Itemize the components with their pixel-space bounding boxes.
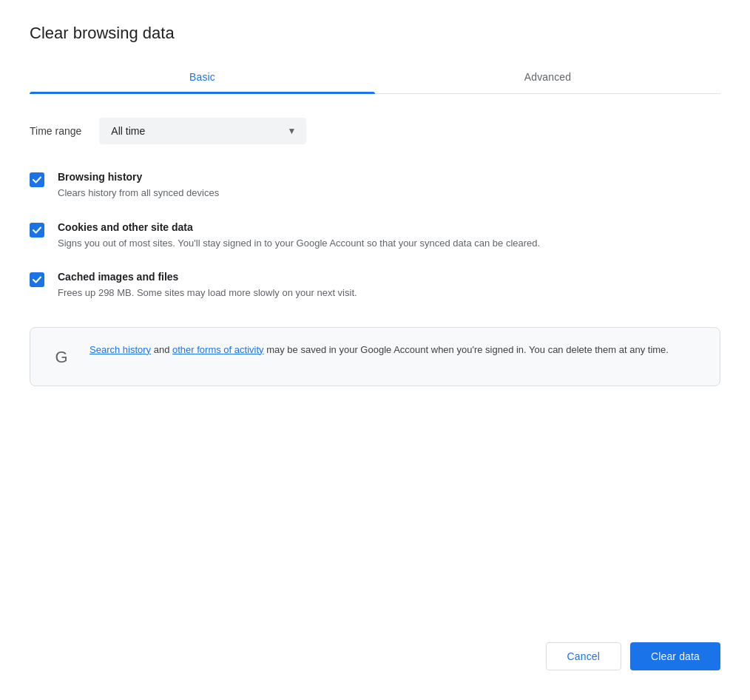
- google-account-info-box: G Search history and other forms of acti…: [30, 327, 720, 386]
- cached-images-desc: Frees up 298 MB. Some sites may load mor…: [58, 286, 720, 300]
- browsing-history-item: Browsing history Clears history from all…: [30, 171, 720, 201]
- clear-data-button[interactable]: Clear data: [630, 642, 720, 670]
- other-forms-link[interactable]: other forms of activity: [172, 344, 264, 355]
- cached-images-content: Cached images and files Frees up 298 MB.…: [58, 271, 720, 300]
- time-range-select-wrapper[interactable]: Last hour Last 24 hours Last 7 days Last…: [99, 118, 306, 144]
- search-history-link[interactable]: Search history: [89, 344, 151, 355]
- google-g-icon: G: [48, 344, 75, 371]
- info-text-suffix: may be saved in your Google Account when…: [264, 344, 669, 355]
- cookies-item: Cookies and other site data Signs you ou…: [30, 221, 720, 251]
- time-range-label: Time range: [30, 125, 81, 137]
- browsing-history-checkbox[interactable]: [30, 172, 44, 187]
- cancel-button[interactable]: Cancel: [546, 642, 621, 670]
- checkbox-list: Browsing history Clears history from all…: [30, 171, 720, 300]
- info-text-and: and: [151, 344, 172, 355]
- browsing-history-content: Browsing history Clears history from all…: [58, 171, 720, 201]
- clear-browsing-data-dialog: Clear browsing data Basic Advanced Time …: [0, 0, 750, 700]
- browsing-history-desc: Clears history from all synced devices: [58, 186, 720, 201]
- cached-images-title: Cached images and files: [58, 271, 720, 283]
- info-box-text: Search history and other forms of activi…: [89, 343, 669, 358]
- time-range-select[interactable]: Last hour Last 24 hours Last 7 days Last…: [99, 118, 306, 144]
- dialog-title: Clear browsing data: [30, 24, 720, 43]
- cookies-title: Cookies and other site data: [58, 221, 720, 233]
- tab-advanced[interactable]: Advanced: [375, 61, 720, 93]
- tab-basic[interactable]: Basic: [30, 61, 375, 93]
- tab-bar: Basic Advanced: [30, 61, 720, 94]
- cookies-desc: Signs you out of most sites. You'll stay…: [58, 236, 720, 251]
- cached-images-item: Cached images and files Frees up 298 MB.…: [30, 271, 720, 300]
- browsing-history-title: Browsing history: [58, 171, 720, 183]
- cookies-content: Cookies and other site data Signs you ou…: [58, 221, 720, 251]
- time-range-row: Time range Last hour Last 24 hours Last …: [30, 118, 720, 144]
- dialog-actions: Cancel Clear data: [30, 627, 720, 670]
- cookies-checkbox[interactable]: [30, 223, 44, 238]
- cached-images-checkbox[interactable]: [30, 272, 44, 287]
